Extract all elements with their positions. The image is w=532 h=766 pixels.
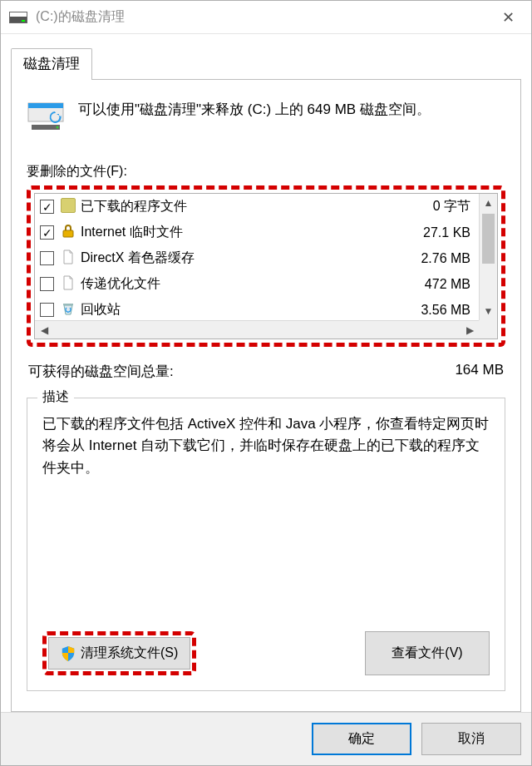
file-row[interactable]: ✓已下载的程序文件0 字节 bbox=[35, 194, 479, 220]
file-row[interactable]: DirectX 着色器缓存2.76 MB bbox=[35, 245, 479, 271]
file-checkbox[interactable]: ✓ bbox=[40, 200, 54, 214]
cleanup-icon bbox=[27, 96, 66, 131]
titlebar: (C:)的磁盘清理 ✕ bbox=[1, 1, 531, 34]
client-area: 磁盘清理 可以使用"磁盘清理"来释放 (C:) 上的 649 M bbox=[1, 34, 531, 712]
scroll-right-icon[interactable]: ▶ bbox=[461, 324, 479, 336]
file-icon bbox=[61, 275, 76, 290]
scroll-down-icon[interactable]: ▼ bbox=[480, 302, 497, 320]
file-name: 已下载的程序文件 bbox=[61, 198, 396, 215]
file-size: 27.1 KB bbox=[396, 225, 470, 240]
lock-icon bbox=[61, 224, 76, 239]
svg-rect-1 bbox=[28, 103, 63, 108]
file-size: 3.56 MB bbox=[396, 303, 470, 318]
ok-button[interactable]: 确定 bbox=[312, 723, 411, 755]
total-value: 164 MB bbox=[455, 362, 504, 381]
svg-rect-2 bbox=[32, 125, 60, 130]
cancel-button[interactable]: 取消 bbox=[421, 723, 521, 755]
files-to-delete-label: 要删除的文件(F): bbox=[27, 163, 505, 180]
view-files-button[interactable]: 查看文件(V) bbox=[365, 631, 490, 675]
file-row[interactable]: ✓Internet 临时文件27.1 KB bbox=[35, 220, 479, 245]
file-name: Internet 临时文件 bbox=[61, 224, 396, 241]
file-checkbox[interactable] bbox=[40, 277, 54, 291]
files-listview[interactable]: ✓已下载的程序文件0 字节✓Internet 临时文件27.1 KBDirect… bbox=[34, 193, 498, 339]
file-name: 传递优化文件 bbox=[61, 275, 396, 293]
file-icon bbox=[61, 250, 76, 264]
clean-system-files-button[interactable]: 清理系统文件(S) bbox=[48, 637, 190, 670]
svg-point-3 bbox=[57, 126, 59, 129]
file-size: 0 字节 bbox=[396, 198, 470, 215]
file-name: DirectX 着色器缓存 bbox=[61, 250, 396, 267]
drive-icon bbox=[9, 12, 27, 23]
shield-icon bbox=[61, 646, 76, 661]
disk-cleanup-window: (C:)的磁盘清理 ✕ 磁盘清理 bbox=[0, 0, 532, 766]
tab-strip: 磁盘清理 bbox=[11, 47, 521, 79]
scroll-left-icon[interactable]: ◀ bbox=[35, 324, 53, 336]
file-row[interactable]: 传递优化文件472 MB bbox=[35, 271, 479, 297]
tab-page: 可以使用"磁盘清理"来释放 (C:) 上的 649 MB 磁盘空间。 要删除的文… bbox=[11, 79, 521, 712]
window-title: (C:)的磁盘清理 bbox=[36, 8, 125, 26]
description-button-row: 清理系统文件(S) 查看文件(V) bbox=[42, 631, 490, 675]
recycle-bin-icon bbox=[61, 301, 76, 316]
files-highlight-box: ✓已下载的程序文件0 字节✓Internet 临时文件27.1 KBDirect… bbox=[27, 185, 505, 347]
vertical-scrollbar[interactable]: ▲ ▼ bbox=[479, 194, 497, 320]
clean-system-highlight: 清理系统文件(S) bbox=[42, 631, 196, 675]
total-row: 可获得的磁盘空间总量: 164 MB bbox=[27, 358, 505, 381]
svg-rect-4 bbox=[63, 230, 73, 237]
file-name: 回收站 bbox=[61, 301, 396, 319]
scroll-corner bbox=[479, 320, 497, 339]
dialog-footer: 确定 取消 bbox=[1, 712, 531, 765]
file-row[interactable]: 回收站3.56 MB bbox=[35, 297, 479, 320]
file-size: 2.76 MB bbox=[396, 251, 470, 266]
scroll-thumb[interactable] bbox=[482, 214, 495, 264]
file-checkbox[interactable] bbox=[40, 303, 54, 317]
file-size: 472 MB bbox=[396, 277, 470, 292]
description-groupbox: 描述 已下载的程序文件包括 ActiveX 控件和 Java 小程序，你查看特定… bbox=[27, 398, 505, 691]
description-text: 已下载的程序文件包括 ActiveX 控件和 Java 小程序，你查看特定网页时… bbox=[42, 413, 490, 479]
file-checkbox[interactable] bbox=[40, 251, 54, 265]
description-legend: 描述 bbox=[37, 388, 74, 406]
files-rows: ✓已下载的程序文件0 字节✓Internet 临时文件27.1 KBDirect… bbox=[35, 194, 479, 320]
scroll-up-icon[interactable]: ▲ bbox=[480, 194, 497, 212]
tab-disk-cleanup[interactable]: 磁盘清理 bbox=[11, 48, 92, 80]
horizontal-scrollbar[interactable]: ◀ ▶ bbox=[35, 320, 479, 339]
folder-icon bbox=[61, 198, 76, 213]
intro-row: 可以使用"磁盘清理"来释放 (C:) 上的 649 MB 磁盘空间。 bbox=[27, 95, 505, 131]
file-checkbox[interactable]: ✓ bbox=[40, 225, 54, 240]
svg-rect-5 bbox=[63, 304, 73, 305]
close-button[interactable]: ✕ bbox=[485, 1, 531, 34]
intro-text: 可以使用"磁盘清理"来释放 (C:) 上的 649 MB 磁盘空间。 bbox=[78, 95, 431, 119]
total-label: 可获得的磁盘空间总量: bbox=[28, 362, 174, 381]
close-icon: ✕ bbox=[502, 8, 515, 27]
